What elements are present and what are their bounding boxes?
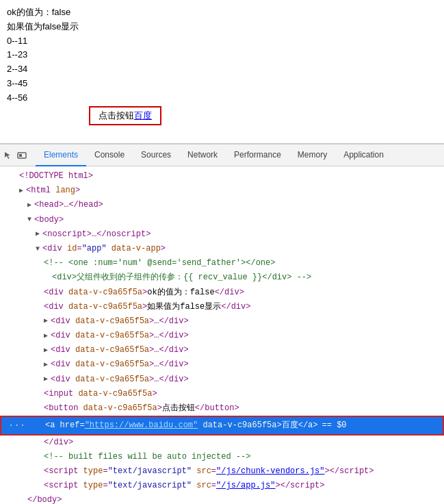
html-line-false-div[interactable]: <div data-v-c9a65f5a>如果值为false显示</div> — [0, 300, 444, 314]
tab-sources[interactable]: Sources — [133, 144, 179, 166]
tab-network[interactable]: Network — [179, 144, 226, 166]
html-line-div4[interactable]: ▶ <div data-v-c9a65f5a>…</div> — [0, 357, 444, 372]
collapse-body[interactable]: ▼ — [27, 214, 34, 225]
tab-elements[interactable]: Elements — [36, 144, 86, 166]
html-line-div2[interactable]: ▶ <div data-v-c9a65f5a>…</div> — [0, 329, 444, 343]
html-line-noscript[interactable]: ▶ <noscript>…</noscript> — [0, 227, 444, 242]
svg-rect-1 — [19, 154, 22, 157]
devtools-toolbar: Elements Console Sources Network Perform… — [0, 144, 444, 166]
html-line-div-close: </div> — [0, 436, 444, 450]
devtools-content[interactable]: <!DOCTYPE html> ▶ <html lang> ▶ <head>…<… — [0, 166, 444, 504]
html-line-doctype: <!DOCTYPE html> — [0, 169, 444, 184]
html-line-div1[interactable]: ▶ <div data-v-c9a65f5a>…</div> — [0, 314, 444, 329]
collapse-html[interactable]: ▶ — [19, 186, 26, 197]
preview-line-4: 1--23 — [7, 48, 437, 62]
html-line-input[interactable]: <input data-v-c9a65f5a> — [0, 387, 444, 401]
collapse-div3[interactable]: ▶ — [44, 345, 51, 356]
devtools-tabs: Elements Console Sources Network Perform… — [36, 144, 441, 166]
html-line-body-open[interactable]: ▼ <body> — [0, 213, 444, 227]
html-line-comment1: <!-- <one :num='num' @send='send_father'… — [0, 256, 444, 270]
button-label: 点击按钮 — [99, 110, 134, 122]
tab-memory[interactable]: Memory — [289, 144, 335, 166]
tab-console[interactable]: Console — [86, 144, 133, 166]
toolbar-icons — [3, 150, 30, 161]
preview-line-2: 如果值为false显示 — [7, 20, 437, 34]
collapse-div2[interactable]: ▶ — [44, 331, 51, 342]
html-line-script2[interactable]: <script type="text/javascript" src="/js/… — [0, 479, 444, 493]
click-button[interactable]: 点击按钮百度 — [89, 106, 161, 125]
html-line-head[interactable]: ▶ <head>…</head> — [0, 198, 444, 212]
cursor-icon[interactable] — [3, 150, 14, 161]
button-area: 点击按钮百度 — [89, 106, 161, 125]
html-line-div3[interactable]: ▶ <div data-v-c9a65f5a>…</div> — [0, 343, 444, 357]
html-line-comment-injected: <!-- built files will be auto injected -… — [0, 450, 444, 464]
html-line-ok-div[interactable]: <div data-v-c9a65f5a>ok的值为：false</div> — [0, 286, 444, 300]
html-line-script1[interactable]: <script type="text/javascript" src="/js/… — [0, 464, 444, 479]
preview-area: ok的值为：false 如果值为false显示 0--11 1--23 2--3… — [0, 0, 444, 144]
tab-performance[interactable]: Performance — [226, 144, 289, 166]
html-line-div5[interactable]: ▶ <div data-v-c9a65f5a>…</div> — [0, 373, 444, 387]
html-line-button[interactable]: <button data-v-c9a65f5a>点击按钮</button> — [0, 401, 444, 416]
collapse-noscript[interactable]: ▶ — [36, 229, 42, 240]
collapse-head[interactable]: ▶ — [27, 200, 34, 211]
collapse-div4[interactable]: ▶ — [44, 360, 51, 370]
collapse-div5[interactable]: ▶ — [44, 374, 51, 385]
box-icon[interactable] — [16, 150, 27, 161]
html-line-body-close: </body> — [0, 493, 444, 504]
html-line-comment2: <div>父组件收到的子组件的传参：{{ recv_value }}</div>… — [0, 270, 444, 285]
baidu-link[interactable]: 百度 — [134, 110, 152, 122]
collapse-div1[interactable]: ▶ — [44, 316, 51, 327]
preview-line-6: 3--45 — [7, 77, 437, 91]
preview-line-3: 0--11 — [7, 34, 437, 49]
html-line-anchor[interactable]: ··· <a href="https://www.baidu.com" data… — [0, 416, 444, 435]
preview-line-5: 2--34 — [7, 62, 437, 77]
preview-line-7: 4--56 — [7, 91, 437, 105]
html-line-html[interactable]: ▶ <html lang> — [0, 184, 444, 198]
html-line-div-app[interactable]: ▼ <div id="app" data-v-app> — [0, 242, 444, 256]
tab-application[interactable]: Application — [335, 144, 392, 166]
preview-line-1: ok的值为：false — [7, 5, 437, 20]
collapse-div-app[interactable]: ▼ — [36, 244, 42, 255]
devtools-panel: Elements Console Sources Network Perform… — [0, 144, 444, 504]
